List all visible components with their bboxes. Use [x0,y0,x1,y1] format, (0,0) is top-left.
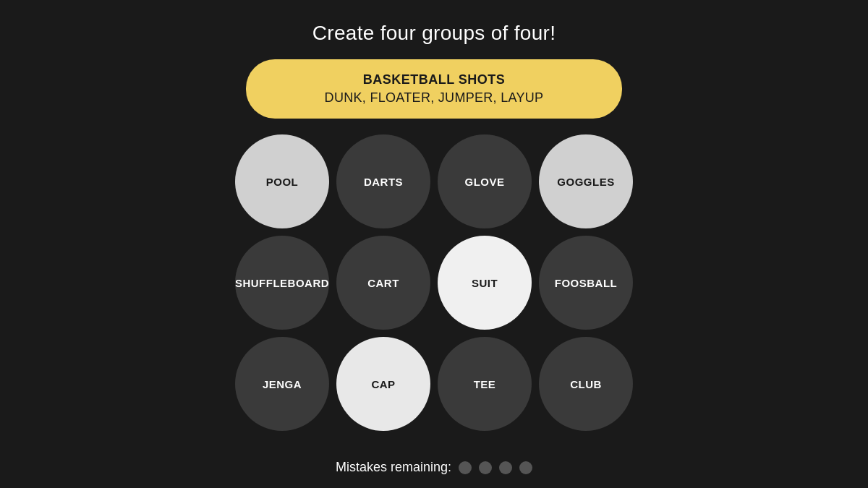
category-title: BASKETBALL SHOTS [268,72,600,87]
mistake-dot-3 [499,461,512,474]
tile-darts[interactable]: DARTS [336,134,430,228]
mistake-dot-2 [479,461,492,474]
category-words: DUNK, FLOATER, JUMPER, LAYUP [268,90,600,106]
tile-goggles[interactable]: GOGGLES [539,134,633,228]
tile-club[interactable]: CLUB [539,337,633,431]
tile-cap[interactable]: CAP [336,337,430,431]
tile-cart[interactable]: CART [336,236,430,330]
mistakes-row: Mistakes remaining: [336,460,532,475]
tile-foosball[interactable]: FOOSBALL [539,236,633,330]
mistakes-label: Mistakes remaining: [336,460,451,475]
tile-pool[interactable]: POOL [235,134,329,228]
tile-glove[interactable]: GLOVE [438,134,532,228]
mistake-dot-4 [519,461,532,474]
mistake-dot-1 [459,461,472,474]
tile-grid: POOLDARTSGLOVEGOGGLESSHUFFLEBOARDCARTSUI… [235,134,633,431]
tile-tee[interactable]: TEE [438,337,532,431]
tile-shuffleboard[interactable]: SHUFFLEBOARD [235,236,329,330]
page-title: Create four groups of four! [312,22,556,45]
tile-suit[interactable]: SUIT [438,236,532,330]
tile-jenga[interactable]: JENGA [235,337,329,431]
solved-category-basketball: BASKETBALL SHOTS DUNK, FLOATER, JUMPER, … [246,59,622,119]
